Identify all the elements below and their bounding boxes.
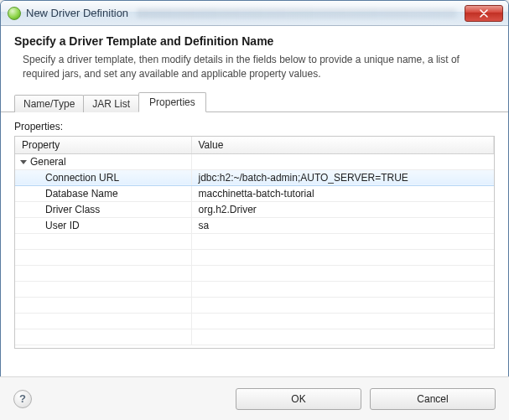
properties-table-wrap: Property Value GeneralConnection URLjdbc… bbox=[14, 136, 495, 349]
table-row[interactable]: User IDsa bbox=[15, 217, 494, 233]
col-value[interactable]: Value bbox=[191, 137, 494, 154]
dialog-header: Specify a Driver Template and Definition… bbox=[1, 26, 508, 92]
empty-row bbox=[15, 249, 494, 265]
app-icon bbox=[8, 7, 21, 20]
titlebar: New Driver Definition bbox=[1, 1, 508, 26]
properties-table: Property Value GeneralConnection URLjdbc… bbox=[15, 137, 494, 345]
tabstrip: Name/Type JAR List Properties bbox=[1, 92, 508, 112]
help-icon: ? bbox=[19, 392, 26, 405]
dialog-footer: ? OK Cancel bbox=[0, 376, 509, 420]
empty-row bbox=[15, 265, 494, 281]
value-cell: sa bbox=[191, 217, 494, 233]
empty-row bbox=[15, 297, 494, 313]
empty-row bbox=[15, 329, 494, 345]
value-cell: jdbc:h2:~/batch-admin;AUTO_SERVER=TRUE bbox=[191, 169, 494, 185]
empty-row bbox=[15, 233, 494, 249]
close-button[interactable] bbox=[465, 5, 503, 22]
group-row[interactable]: General bbox=[15, 153, 494, 169]
value-cell: macchinetta-batch-tutorial bbox=[191, 185, 494, 201]
tab-properties[interactable]: Properties bbox=[138, 92, 206, 112]
property-cell: User ID bbox=[15, 217, 191, 233]
close-icon bbox=[480, 9, 488, 18]
value-cell: org.h2.Driver bbox=[191, 201, 494, 217]
col-property[interactable]: Property bbox=[15, 137, 191, 154]
properties-label: Properties: bbox=[14, 121, 495, 132]
tab-jar-list[interactable]: JAR List bbox=[83, 95, 139, 112]
table-row[interactable]: Database Namemacchinetta-batch-tutorial bbox=[15, 185, 494, 201]
titlebar-blur bbox=[137, 8, 456, 18]
window-title: New Driver Definition bbox=[26, 7, 128, 19]
empty-row bbox=[15, 281, 494, 297]
dialog-description: Specify a driver template, then modify d… bbox=[14, 53, 495, 82]
cancel-button[interactable]: Cancel bbox=[370, 388, 496, 410]
empty-row bbox=[15, 313, 494, 329]
chevron-down-icon bbox=[20, 160, 27, 164]
table-row[interactable]: Driver Classorg.h2.Driver bbox=[15, 201, 494, 217]
dialog-heading: Specify a Driver Template and Definition… bbox=[14, 34, 495, 48]
tab-content: Properties: Property Value GeneralConnec… bbox=[1, 112, 508, 349]
property-cell: Database Name bbox=[15, 185, 191, 201]
ok-button[interactable]: OK bbox=[236, 388, 361, 410]
table-row[interactable]: Connection URLjdbc:h2:~/batch-admin;AUTO… bbox=[15, 169, 494, 185]
group-label: General bbox=[30, 156, 66, 168]
property-cell: Connection URL bbox=[15, 169, 191, 185]
property-cell: Driver Class bbox=[15, 201, 191, 217]
tab-name-type[interactable]: Name/Type bbox=[14, 95, 84, 112]
help-button[interactable]: ? bbox=[13, 390, 32, 408]
